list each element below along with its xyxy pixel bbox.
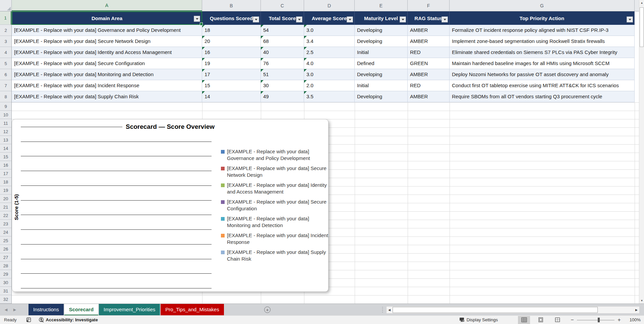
select-all-corner[interactable] — [0, 0, 12, 11]
filter-dropdown-icon[interactable] — [253, 16, 259, 22]
cell-rag[interactable]: AMBER — [408, 25, 450, 36]
filter-dropdown-icon[interactable] — [296, 16, 302, 22]
cell-avg[interactable]: 3.0 — [304, 25, 355, 36]
cell-maturity[interactable]: Defined — [355, 58, 408, 69]
column-header-E[interactable]: E — [355, 0, 408, 11]
cell-rag[interactable]: GREEN — [408, 58, 450, 69]
column-header-C[interactable]: C — [261, 0, 304, 11]
zoom-slider[interactable] — [577, 317, 614, 323]
zoom-slider-thumb[interactable] — [598, 318, 600, 322]
row-header-9[interactable]: 9 — [0, 102, 11, 111]
row-header-10[interactable]: 10 — [0, 111, 11, 119]
row-header-29[interactable]: 29 — [0, 270, 11, 278]
cell-action[interactable]: Deploy Nozomi Networks for passive OT as… — [450, 69, 635, 80]
cell-rag[interactable]: RED — [408, 47, 450, 58]
display-settings-button[interactable]: Display Settings — [459, 317, 498, 322]
table-header-cell[interactable]: Maturity Level — [355, 11, 408, 25]
cell-total[interactable]: 51 — [261, 69, 304, 80]
worksheet-grid[interactable]: Domain AreaQuestions ScoredTotal ScoreAv… — [12, 11, 639, 304]
cell-maturity[interactable]: Developing — [355, 25, 408, 36]
zoom-level[interactable]: 100% — [627, 317, 641, 322]
filter-dropdown-icon[interactable] — [400, 16, 406, 22]
row-header-22[interactable]: 22 — [0, 211, 11, 220]
column-header-D[interactable]: D — [304, 0, 355, 11]
row-header-11[interactable]: 11 — [0, 119, 11, 127]
sheet-tab-pro_tips_and_mistakes[interactable]: Pro_Tips_and_Mistakes — [161, 304, 224, 316]
cell-domain[interactable]: [EXAMPLE - Replace with your data] Gover… — [12, 25, 202, 36]
cell-total[interactable]: 49 — [261, 91, 304, 102]
row-header-30[interactable]: 30 — [0, 278, 11, 287]
cell-action[interactable]: Conduct first OT tabletop exercise using… — [450, 80, 635, 91]
score-overview-chart[interactable]: Scorecard — Score Overview Score (1-5) [… — [12, 119, 329, 292]
zoom-in-button[interactable]: + — [617, 317, 622, 323]
cell-questions[interactable]: 14 — [202, 91, 261, 102]
scrollbar-grip-icon[interactable] — [382, 307, 383, 313]
table-header-cell[interactable]: Domain Area — [12, 11, 202, 25]
cell-rag[interactable]: RED — [408, 80, 450, 91]
filter-dropdown-icon[interactable] — [442, 16, 448, 22]
row-header-1[interactable]: 1 — [0, 11, 11, 25]
row-header-32[interactable]: 32 — [0, 295, 11, 304]
cell-maturity[interactable]: Developing — [355, 69, 408, 80]
row-header-15[interactable]: 15 — [0, 153, 11, 161]
row-header-5[interactable]: 5 — [0, 58, 11, 69]
page-break-view-button[interactable] — [551, 316, 564, 324]
table-header-cell[interactable]: Total Score — [261, 11, 304, 25]
cell-avg[interactable]: 3.0 — [304, 69, 355, 80]
scroll-left-icon[interactable]: ◀ — [387, 307, 392, 313]
row-header-7[interactable]: 7 — [0, 80, 11, 91]
horizontal-scrollbar[interactable]: ◀ ▶ — [386, 306, 640, 314]
cell-avg[interactable]: 4.0 — [304, 58, 355, 69]
column-header-B[interactable]: B — [202, 0, 261, 11]
new-sheet-button[interactable]: + — [264, 307, 271, 313]
sheet-tab-scorecard[interactable]: Scorecard — [64, 304, 98, 316]
row-header-21[interactable]: 21 — [0, 203, 11, 211]
table-header-cell[interactable]: Questions Scored — [202, 11, 261, 25]
row-header-8[interactable]: 8 — [0, 91, 11, 102]
cell-avg[interactable]: 2.0 — [304, 80, 355, 91]
cell-avg[interactable]: 2.5 — [304, 47, 355, 58]
row-header-24[interactable]: 24 — [0, 228, 11, 236]
row-header-19[interactable]: 19 — [0, 186, 11, 195]
page-layout-view-button[interactable] — [535, 316, 547, 324]
cell-avg[interactable]: 3.4 — [304, 36, 355, 47]
row-header-23[interactable]: 23 — [0, 220, 11, 228]
accessibility-status[interactable]: Accessibility: Investigate — [39, 317, 98, 323]
cell-rag[interactable]: AMBER — [408, 36, 450, 47]
cell-action[interactable]: Implement zone-based segmentation using … — [450, 36, 635, 47]
cell-domain[interactable]: [EXAMPLE - Replace with your data] Secur… — [12, 58, 202, 69]
cell-questions[interactable]: 19 — [202, 58, 261, 69]
filter-dropdown-icon[interactable] — [194, 16, 200, 22]
cell-avg[interactable]: 3.5 — [304, 91, 355, 102]
cell-questions[interactable]: 16 — [202, 47, 261, 58]
cell-questions[interactable]: 15 — [202, 80, 261, 91]
row-header-20[interactable]: 20 — [0, 195, 11, 203]
row-header-18[interactable]: 18 — [0, 178, 11, 186]
scroll-up-icon[interactable]: ▲ — [639, 0, 644, 6]
scroll-down-icon[interactable]: ▼ — [639, 298, 644, 304]
row-header-16[interactable]: 16 — [0, 161, 11, 169]
row-header-27[interactable]: 27 — [0, 253, 11, 262]
table-header-cell[interactable]: Average Score — [304, 11, 355, 25]
row-header-3[interactable]: 3 — [0, 36, 11, 47]
table-header-cell[interactable]: RAG Status — [408, 11, 450, 25]
filter-dropdown-icon[interactable] — [347, 16, 353, 22]
tab-scroll-left-icon[interactable]: ◀ — [2, 304, 10, 316]
cell-domain[interactable]: [EXAMPLE - Replace with your data] Incid… — [12, 80, 202, 91]
row-header-31[interactable]: 31 — [0, 287, 11, 295]
table-header-cell[interactable]: Top Priority Action — [450, 11, 635, 25]
cell-maturity[interactable]: Initial — [355, 47, 408, 58]
cell-domain[interactable]: [EXAMPLE - Replace with your data] Monit… — [12, 69, 202, 80]
cell-action[interactable]: Require SBOMs from all OT vendors starti… — [450, 91, 635, 102]
cell-maturity[interactable]: Initial — [355, 80, 408, 91]
cell-total[interactable]: 68 — [261, 36, 304, 47]
row-header-6[interactable]: 6 — [0, 69, 11, 80]
normal-view-button[interactable] — [518, 316, 530, 324]
row-header-13[interactable]: 13 — [0, 136, 11, 144]
filter-dropdown-icon[interactable] — [627, 16, 633, 22]
cell-questions[interactable]: 18 — [202, 25, 261, 36]
cell-action[interactable]: Formalize OT incident response policy al… — [450, 25, 635, 36]
cell-questions[interactable]: 17 — [202, 69, 261, 80]
cell-maturity[interactable]: Developing — [355, 91, 408, 102]
cell-domain[interactable]: [EXAMPLE - Replace with your data] Secur… — [12, 36, 202, 47]
